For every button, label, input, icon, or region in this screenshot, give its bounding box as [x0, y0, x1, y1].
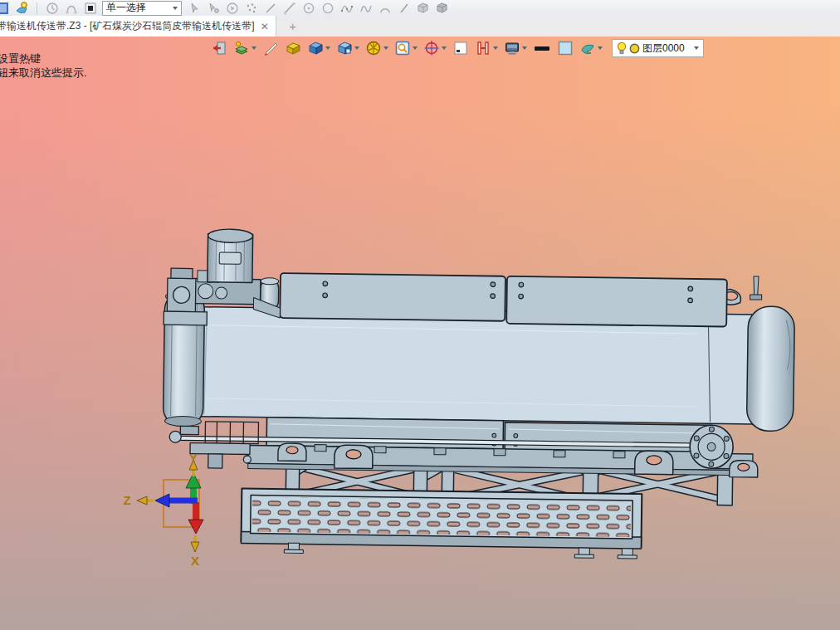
spline-icon[interactable] [359, 1, 373, 15]
layer-combo[interactable]: 图层0000 [612, 39, 704, 57]
erase-icon[interactable] [261, 39, 281, 57]
hand-gear-icon[interactable] [15, 1, 29, 15]
cube-blue-icon[interactable] [305, 39, 332, 57]
selection-mode-value: 单一选择 [106, 1, 146, 15]
chevron-down-icon [413, 46, 418, 50]
chevron-down-icon [442, 46, 447, 50]
chevron-down-icon [252, 46, 256, 50]
line-width-icon[interactable] [531, 39, 553, 57]
play-circle-icon[interactable] [225, 1, 239, 15]
arc-icon[interactable] [378, 1, 392, 15]
zoom-region-icon[interactable] [393, 39, 419, 57]
line-icon[interactable] [263, 1, 277, 15]
chevron-down-icon [522, 46, 527, 50]
exit-icon[interactable] [209, 39, 229, 57]
triad-z-label: Z [123, 493, 130, 507]
layer-color-icon [629, 43, 640, 54]
points-icon[interactable] [244, 1, 258, 15]
app-document-icon[interactable] [0, 1, 10, 15]
conveyor-model-canvas: Y Z X [0, 37, 840, 630]
slash-icon[interactable] [397, 1, 411, 15]
document-tab-title: 带输送机传送带.Z3 - [矿石煤炭沙石辊筒皮带输送机传送带] [0, 19, 255, 33]
box-b-icon[interactable] [435, 1, 449, 15]
hint-line-1: 设置热键 [0, 51, 87, 66]
viewport-3d[interactable]: Y Z X 设置热键 钮来取消这些提示. [0, 37, 840, 630]
chevron-down-icon [694, 46, 699, 50]
triad-y-label: Y [189, 451, 198, 465]
new-tab-button[interactable]: + [281, 16, 305, 37]
hint-text: 设置热键 钮来取消这些提示. [0, 51, 87, 80]
chevron-down-icon [383, 46, 388, 50]
selection-mode-combo[interactable]: 单一选择 [102, 1, 182, 16]
tab-close-icon[interactable]: ✕ [261, 21, 269, 32]
h-bars-icon[interactable] [473, 39, 500, 57]
white-frame-icon[interactable] [451, 39, 471, 57]
cube-blue-alt-icon[interactable] [335, 39, 361, 57]
chevron-down-icon [598, 46, 603, 50]
monitor-icon[interactable] [502, 39, 529, 57]
box-yellow-icon[interactable] [283, 39, 303, 57]
layer-visibility-bulb-icon [617, 42, 627, 55]
triad-x-label: X [191, 554, 199, 568]
top-guard-panels [260, 273, 727, 327]
pie-wheel-icon[interactable] [364, 39, 390, 57]
chevron-down-icon [325, 46, 330, 50]
curve-n-icon[interactable] [64, 1, 78, 15]
display-stack-icon[interactable] [232, 39, 258, 57]
app-window: 单一选择 [0, 0, 840, 630]
circle-center-icon[interactable] [301, 1, 315, 15]
quick-access-toolbar: 单一选择 [0, 0, 840, 17]
color-swatch-icon[interactable] [555, 39, 575, 57]
undo-history-icon[interactable] [45, 1, 59, 15]
record-stop-icon[interactable] [83, 1, 97, 15]
toolbar-separator [37, 2, 37, 14]
polyline-icon[interactable] [282, 1, 296, 15]
chevron-down-icon [354, 46, 359, 50]
da-toolbar: 图层0000 [209, 39, 704, 57]
pick-arrow-icon[interactable] [187, 1, 201, 15]
chevron-down-icon [173, 7, 178, 10]
layer-combo-value: 图层0000 [642, 42, 685, 56]
spline-points-icon[interactable] [339, 1, 354, 15]
chevron-down-icon [493, 46, 498, 50]
compass-icon[interactable] [422, 39, 448, 57]
visibility-swoosh-icon[interactable] [578, 39, 604, 57]
pick-add-icon[interactable] [206, 1, 220, 15]
tab-bar: 带输送机传送带.Z3 - [矿石煤炭沙石辊筒皮带输送机传送带] ✕ + [0, 16, 840, 37]
hint-line-2: 钮来取消这些提示. [0, 66, 87, 80]
circle-icon[interactable] [320, 1, 335, 15]
box-a-icon[interactable] [416, 1, 430, 15]
document-tab[interactable]: 带输送机传送带.Z3 - [矿石煤炭沙石辊筒皮带输送机传送带] ✕ [0, 16, 276, 37]
